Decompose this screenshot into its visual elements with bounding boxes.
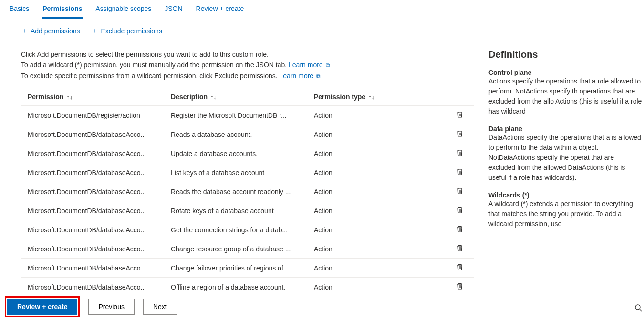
wizard-footer: Review + create Previous Next <box>0 291 644 322</box>
col-permission[interactable]: Permission ↑↓ <box>21 93 164 101</box>
previous-button[interactable]: Previous <box>88 299 134 315</box>
cell-type: Action <box>307 112 450 119</box>
external-link-icon: ⧉ <box>326 62 330 69</box>
cell-type: Action <box>307 131 450 138</box>
cell-type: Action <box>307 283 450 291</box>
table-header: Permission ↑↓ Description ↑↓ Permission … <box>21 88 474 106</box>
delete-row-button[interactable] <box>450 111 469 120</box>
def-data-plane-body: DataActions specify the operations that … <box>488 133 642 183</box>
cell-permission: Microsoft.DocumentDB/databaseAcco... <box>21 283 164 291</box>
table-row: Microsoft.DocumentDB/databaseAcco...Read… <box>21 125 474 144</box>
delete-row-button[interactable] <box>450 282 469 291</box>
table-row: Microsoft.DocumentDB/databaseAcco...Upda… <box>21 144 474 163</box>
delete-row-button[interactable] <box>450 130 469 139</box>
intro-line-3: To exclude specific permissions from a w… <box>21 72 280 80</box>
col-description-label: Description <box>171 93 208 101</box>
table-row: Microsoft.DocumentDB/databaseAcco...Chan… <box>21 239 474 259</box>
plus-icon: ＋ <box>21 27 28 35</box>
external-link-icon: ⧉ <box>316 73 321 80</box>
search-icon[interactable] <box>634 304 642 313</box>
cell-description: List keys of a database account <box>164 169 307 177</box>
exclude-permissions-label: Exclude permissions <box>101 27 162 35</box>
table-row: Microsoft.DocumentDB/register/actionRegi… <box>21 106 474 125</box>
review-create-button[interactable]: Review + create <box>7 299 77 315</box>
delete-row-button[interactable] <box>450 244 469 253</box>
cell-permission: Microsoft.DocumentDB/register/action <box>21 112 164 119</box>
cell-description: Update a database accounts. <box>164 150 307 157</box>
delete-row-button[interactable] <box>450 225 469 234</box>
tab-basics[interactable]: Basics <box>10 5 29 19</box>
cell-description: Register the Microsoft DocumentDB r... <box>164 112 307 119</box>
cell-permission: Microsoft.DocumentDB/databaseAcco... <box>21 264 164 272</box>
learn-more-link-wildcard[interactable]: Learn more <box>289 61 323 69</box>
cell-description: Change resource group of a database ... <box>164 245 307 253</box>
cell-type: Action <box>307 207 450 215</box>
cell-type: Action <box>307 188 450 196</box>
sort-icon: ↑↓ <box>66 93 73 101</box>
def-control-plane-body: Actions specify the operations that a ro… <box>488 76 642 116</box>
add-permissions-label: Add permissions <box>31 27 80 35</box>
col-description[interactable]: Description ↑↓ <box>164 93 307 101</box>
cell-permission: Microsoft.DocumentDB/databaseAcco... <box>21 245 164 253</box>
tab-bar: Basics Permissions Assignable scopes JSO… <box>0 0 644 19</box>
definitions-heading: Definitions <box>488 49 642 60</box>
review-create-highlight: Review + create <box>5 296 80 317</box>
add-permissions-button[interactable]: ＋ Add permissions <box>21 27 80 35</box>
cell-permission: Microsoft.DocumentDB/databaseAcco... <box>21 207 164 215</box>
table-row: Microsoft.DocumentDB/databaseAcco...Get … <box>21 220 474 239</box>
tab-review-create[interactable]: Review + create <box>196 5 244 19</box>
tab-permissions[interactable]: Permissions <box>42 5 82 19</box>
svg-line-1 <box>640 309 642 311</box>
tab-json[interactable]: JSON <box>165 5 182 19</box>
tab-assignable-scopes[interactable]: Assignable scopes <box>96 5 152 19</box>
delete-row-button[interactable] <box>450 187 469 196</box>
cell-description: Reads a database account. <box>164 131 307 138</box>
sort-icon: ↑↓ <box>368 93 374 101</box>
plus-icon: ＋ <box>92 27 98 35</box>
permissions-table: Permission ↑↓ Description ↑↓ Permission … <box>21 88 474 293</box>
def-wildcards-title: Wildcards (*) <box>488 191 642 199</box>
cell-description: Change failover priorities of regions of… <box>164 264 307 272</box>
cell-permission: Microsoft.DocumentDB/databaseAcco... <box>21 169 164 177</box>
table-row: Microsoft.DocumentDB/databaseAcco...Chan… <box>21 259 474 278</box>
delete-row-button[interactable] <box>450 149 469 158</box>
cell-permission: Microsoft.DocumentDB/databaseAcco... <box>21 150 164 157</box>
cell-type: Action <box>307 150 450 157</box>
cell-type: Action <box>307 226 450 234</box>
main-content: Click Add permissions to select the perm… <box>21 49 488 293</box>
cell-type: Action <box>307 245 450 253</box>
cell-description: Get the connection strings for a datab..… <box>164 226 307 234</box>
delete-row-button[interactable] <box>450 206 469 215</box>
cell-permission: Microsoft.DocumentDB/databaseAcco... <box>21 131 164 138</box>
cell-description: Reads the database account readonly ... <box>164 188 307 196</box>
delete-row-button[interactable] <box>450 263 469 272</box>
delete-row-button[interactable] <box>450 168 469 177</box>
exclude-permissions-button[interactable]: ＋ Exclude permissions <box>92 27 162 35</box>
definitions-panel: Definitions Control plane Actions specif… <box>488 49 644 293</box>
table-row: Microsoft.DocumentDB/databaseAcco...Rota… <box>21 201 474 220</box>
sort-icon: ↑↓ <box>210 93 217 101</box>
cell-permission: Microsoft.DocumentDB/databaseAcco... <box>21 226 164 234</box>
cell-description: Rotate keys of a database account <box>164 207 307 215</box>
table-row: Microsoft.DocumentDB/databaseAcco...Read… <box>21 182 474 201</box>
intro-line-1: Click Add permissions to select the perm… <box>21 49 474 60</box>
learn-more-link-exclude[interactable]: Learn more <box>280 72 314 80</box>
permissions-toolbar: ＋ Add permissions ＋ Exclude permissions <box>0 19 644 42</box>
next-button[interactable]: Next <box>143 299 177 315</box>
cell-permission: Microsoft.DocumentDB/databaseAcco... <box>21 188 164 196</box>
col-type-label: Permission type <box>314 93 365 101</box>
cell-type: Action <box>307 169 450 177</box>
svg-point-0 <box>635 305 640 310</box>
def-wildcards-body: A wildcard (*) extends a permission to e… <box>488 199 642 229</box>
col-permission-label: Permission <box>28 93 63 101</box>
def-data-plane-title: Data plane <box>488 125 642 133</box>
cell-description: Offline a region of a database account. <box>164 283 307 291</box>
intro-text: Click Add permissions to select the perm… <box>21 49 474 82</box>
cell-type: Action <box>307 264 450 272</box>
table-row: Microsoft.DocumentDB/databaseAcco...List… <box>21 163 474 182</box>
col-permission-type[interactable]: Permission type ↑↓ <box>307 93 450 101</box>
def-control-plane-title: Control plane <box>488 69 642 76</box>
intro-line-2: To add a wildcard (*) permission, you mu… <box>21 61 289 69</box>
